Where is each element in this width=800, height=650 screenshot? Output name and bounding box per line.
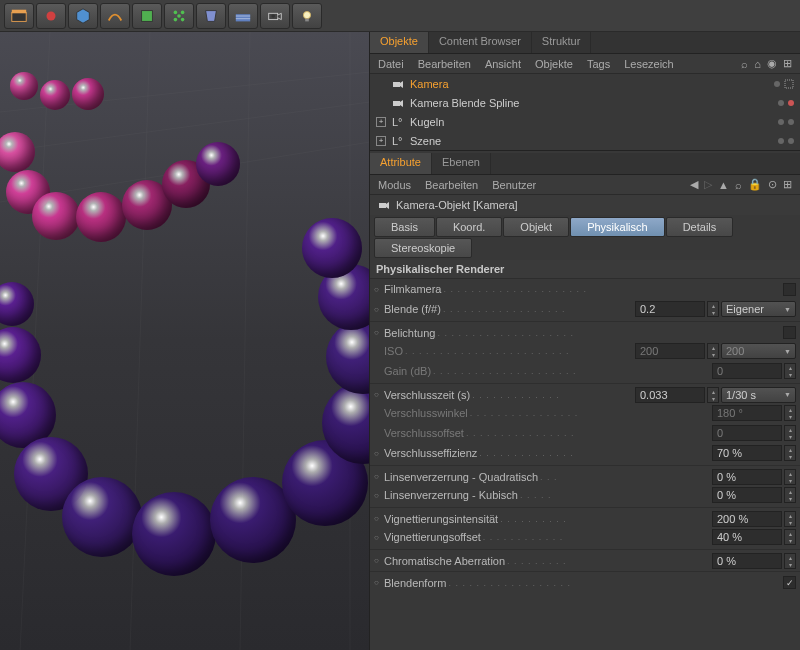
tab-struktur[interactable]: Struktur <box>532 32 592 53</box>
menu-ansicht[interactable]: Ansicht <box>485 58 521 70</box>
fwd-icon[interactable]: ▷ <box>704 178 712 191</box>
tab-objekte[interactable]: Objekte <box>370 32 429 53</box>
viewport-3d[interactable] <box>0 32 370 650</box>
object-label[interactable]: Kugeln <box>410 116 772 128</box>
tool-cube[interactable] <box>68 3 98 29</box>
svg-rect-0 <box>12 12 26 21</box>
prop-filmkamera-check[interactable] <box>783 283 796 296</box>
expand-toggle[interactable]: + <box>376 136 386 146</box>
object-row-kugeln[interactable]: + L° Kugeln <box>370 112 800 131</box>
svg-point-8 <box>177 14 181 18</box>
prop-verschlusswinkel-label: Verschlusswinkel <box>384 407 468 419</box>
btab-physikalisch[interactable]: Physikalisch <box>570 217 665 237</box>
prop-verschlussoffset-value: 0 <box>712 425 782 441</box>
menu-objekte[interactable]: Objekte <box>535 58 573 70</box>
search-icon[interactable]: ⌕ <box>735 179 742 191</box>
menu-bearbeiten[interactable]: Bearbeiten <box>418 58 471 70</box>
prop-vignettierungsoffset-value[interactable]: 40 % <box>712 529 782 545</box>
object-row-kamera[interactable]: Kamera <box>370 74 800 93</box>
lock-icon[interactable]: 🔒 <box>748 178 762 191</box>
svg-rect-15 <box>305 18 309 21</box>
tool-clapperboard[interactable] <box>4 3 34 29</box>
prop-verschlusseffizienz-value[interactable]: 70 % <box>712 445 782 461</box>
eye-icon[interactable]: ◉ <box>767 57 777 70</box>
prop-iso-dropdown: 200▼ <box>721 343 796 359</box>
spinner: ▴▾ <box>784 425 796 441</box>
btab-stereoskopie[interactable]: Stereoskopie <box>374 238 472 258</box>
btab-basis[interactable]: Basis <box>374 217 435 237</box>
tab-attribute[interactable]: Attribute <box>370 153 432 174</box>
back-icon[interactable]: ◀ <box>690 178 698 191</box>
prop-vignettierungsintensitaet-value[interactable]: 200 % <box>712 511 782 527</box>
prop-iso-label: ISO <box>384 345 403 357</box>
spinner[interactable]: ▴▾ <box>784 469 796 485</box>
new-icon[interactable]: ⊙ <box>768 178 777 191</box>
prop-linsenverzerrung-k-value[interactable]: 0 % <box>712 487 782 503</box>
spinner[interactable]: ▴▾ <box>784 511 796 527</box>
spinner[interactable]: ▴▾ <box>784 553 796 569</box>
expand-icon[interactable]: ⊞ <box>783 178 792 191</box>
prop-chromatische-aberration-value[interactable]: 0 % <box>712 553 782 569</box>
svg-point-4 <box>174 10 178 14</box>
object-row-kamera-spline[interactable]: Kamera Blende Spline <box>370 93 800 112</box>
svg-point-5 <box>181 10 185 14</box>
menu-modus[interactable]: Modus <box>378 179 411 191</box>
camera-icon <box>392 97 404 109</box>
svg-text:L°: L° <box>392 135 403 147</box>
prop-blende-dropdown[interactable]: Eigener▼ <box>721 301 796 317</box>
menu-tags[interactable]: Tags <box>587 58 610 70</box>
svg-text:L°: L° <box>392 116 403 128</box>
spinner: ▴▾ <box>784 363 796 379</box>
svg-point-7 <box>181 17 185 21</box>
btab-details[interactable]: Details <box>666 217 734 237</box>
home-icon[interactable]: ⌂ <box>754 58 761 70</box>
spinner[interactable]: ▴▾ <box>784 529 796 545</box>
spinner[interactable]: ▴▾ <box>784 487 796 503</box>
spinner[interactable]: ▴▾ <box>707 387 719 403</box>
object-label[interactable]: Kamera <box>410 78 768 90</box>
prop-linsenverzerrung-q-value[interactable]: 0 % <box>712 469 782 485</box>
tab-content-browser[interactable]: Content Browser <box>429 32 532 53</box>
tab-ebenen[interactable]: Ebenen <box>432 153 491 174</box>
menu-datei[interactable]: Datei <box>378 58 404 70</box>
expand-toggle[interactable]: + <box>376 117 386 127</box>
tool-nurbs[interactable] <box>132 3 162 29</box>
prop-gain-value: 0 <box>712 363 782 379</box>
menu-bearbeiten[interactable]: Bearbeiten <box>425 179 478 191</box>
search-icon[interactable]: ⌕ <box>741 58 748 70</box>
prop-linsenverzerrung-q-label: Linsenverzerrung - Quadratisch <box>384 471 538 483</box>
prop-chromatische-aberration-label: Chromatische Aberration <box>384 555 505 567</box>
spinner: ▴▾ <box>784 405 796 421</box>
prop-verschlusszeit-value[interactable]: 0.033 <box>635 387 705 403</box>
tool-record[interactable] <box>36 3 66 29</box>
menu-benutzer[interactable]: Benutzer <box>492 179 536 191</box>
attribute-menubar: Modus Bearbeiten Benutzer ◀ ▷ ▲ ⌕ 🔒 ⊙ ⊞ <box>370 175 800 195</box>
tool-deformer[interactable] <box>196 3 226 29</box>
prop-verschlusszeit-label: Verschlusszeit (s) <box>384 389 470 401</box>
tool-spline[interactable] <box>100 3 130 29</box>
svg-rect-28 <box>379 203 386 208</box>
object-label[interactable]: Szene <box>410 135 772 147</box>
spinner[interactable]: ▴▾ <box>707 301 719 317</box>
spinner[interactable]: ▴▾ <box>784 445 796 461</box>
tool-floor[interactable] <box>228 3 258 29</box>
prop-blende-value[interactable]: 0.2 <box>635 301 705 317</box>
camera-icon <box>378 199 390 211</box>
btab-objekt[interactable]: Objekt <box>503 217 569 237</box>
menu-lesezeichen[interactable]: Lesezeich <box>624 58 674 70</box>
tool-camera[interactable] <box>260 3 290 29</box>
prop-filmkamera-label: Filmkamera <box>384 283 441 295</box>
expand-icon[interactable]: ⊞ <box>783 57 792 70</box>
svg-rect-23 <box>393 82 400 87</box>
prop-belichtung-check[interactable] <box>783 326 796 339</box>
tool-array[interactable] <box>164 3 194 29</box>
up-icon[interactable]: ▲ <box>718 179 729 191</box>
prop-blendenform-check[interactable]: ✓ <box>783 576 796 589</box>
tool-light[interactable] <box>292 3 322 29</box>
prop-verschlussoffset-label: Verschlussoffset <box>384 427 464 439</box>
svg-point-2 <box>47 11 56 20</box>
btab-koord[interactable]: Koord. <box>436 217 502 237</box>
object-row-szene[interactable]: + L° Szene <box>370 131 800 150</box>
object-label[interactable]: Kamera Blende Spline <box>410 97 772 109</box>
prop-verschlusszeit-dropdown[interactable]: 1/30 s▼ <box>721 387 796 403</box>
